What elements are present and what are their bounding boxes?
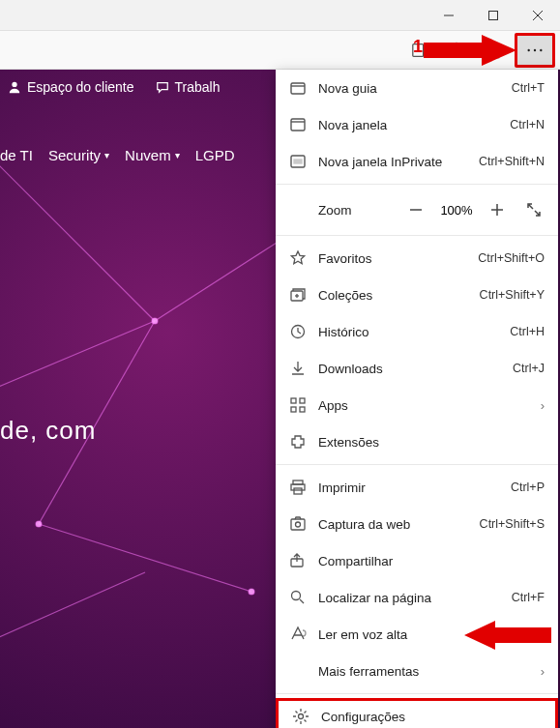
nav-it[interactable]: de TI	[0, 147, 33, 163]
menu-label: Nova janela	[318, 118, 498, 132]
add-favorite-icon[interactable]	[441, 35, 472, 66]
work-label: Trabalh	[175, 79, 221, 95]
menu-shortcut: Ctrl+Shift+O	[478, 251, 545, 265]
star-icon	[289, 249, 307, 267]
menu-shortcut: Ctrl+Shift+Y	[480, 288, 545, 302]
svg-line-14	[155, 234, 290, 321]
menu-label: Mais ferramentas	[318, 664, 529, 679]
svg-point-47	[299, 714, 304, 719]
svg-rect-40	[291, 484, 305, 490]
menu-print[interactable]: Imprimir Ctrl+P	[276, 469, 558, 506]
menu-shortcut: Ctrl+N	[510, 118, 545, 131]
menu-find[interactable]: Localizar na página Ctrl+F	[276, 579, 558, 616]
menu-label: Nova janela InPrivate	[318, 155, 467, 169]
menu-label: Captura da web	[318, 517, 468, 532]
svg-line-17	[0, 572, 145, 650]
menu-extensions[interactable]: Extensões	[276, 423, 558, 460]
menu-label: Configurações	[321, 710, 542, 724]
nav-security-label: Security	[48, 147, 101, 163]
share-icon	[289, 552, 307, 569]
svg-rect-37	[291, 407, 296, 412]
nav-lgpd[interactable]: LGPD	[195, 147, 235, 163]
menu-share[interactable]: Compartilhar	[276, 542, 558, 579]
menu-label: Downloads	[318, 362, 501, 376]
fullscreen-button[interactable]	[516, 192, 552, 227]
read-aloud-icon	[289, 626, 307, 643]
svg-rect-38	[300, 407, 305, 412]
menu-history[interactable]: Histórico Ctrl+H	[276, 313, 558, 350]
download-icon	[289, 360, 307, 377]
apps-icon	[289, 396, 307, 414]
nav-it-label: de TI	[0, 147, 33, 163]
menu-settings[interactable]: Configurações	[276, 698, 558, 728]
nav-cloud-label: Nuvem	[125, 147, 171, 163]
svg-line-12	[0, 147, 155, 321]
more-button-highlight	[515, 33, 555, 68]
menu-downloads[interactable]: Downloads Ctrl+J	[276, 350, 558, 387]
menu-separator	[276, 464, 558, 465]
window-titlebar	[0, 0, 560, 31]
menu-label: Apps	[318, 398, 529, 413]
menu-zoom: Zoom 100%	[276, 189, 558, 231]
svg-rect-24	[291, 119, 305, 131]
svg-point-9	[528, 48, 530, 50]
nav-security[interactable]: Security▾	[48, 147, 109, 163]
maximize-button[interactable]	[471, 0, 516, 31]
gear-icon	[292, 708, 309, 725]
hero-text-fragment: de, com	[0, 416, 97, 446]
menu-new-window[interactable]: Nova janela Ctrl+N	[276, 106, 558, 143]
menu-collections[interactable]: Coleções Ctrl+Shift+Y	[276, 277, 558, 313]
work-link[interactable]: Trabalh	[156, 79, 221, 95]
svg-point-18	[152, 318, 158, 324]
find-icon	[289, 589, 307, 606]
chevron-down-icon: ▾	[175, 150, 180, 160]
inprivate-icon	[289, 153, 307, 170]
svg-point-10	[534, 48, 536, 50]
new-tab-icon	[289, 79, 307, 97]
client-area-link[interactable]: Espaço do cliente	[8, 79, 134, 95]
svg-point-11	[540, 48, 542, 50]
menu-read-aloud[interactable]: Ler em voz alta Ctrl+Shift+U	[276, 616, 558, 653]
client-area-label: Espaço do cliente	[27, 79, 134, 95]
favorites-icon[interactable]	[478, 35, 509, 66]
web-capture-icon	[289, 515, 307, 533]
settings-menu: Nova guia Ctrl+T Nova janela Ctrl+N Nova…	[276, 70, 558, 728]
zoom-in-button[interactable]	[479, 192, 516, 227]
chevron-down-icon: ▾	[104, 150, 109, 160]
minimize-button[interactable]	[427, 0, 471, 31]
nav-lgpd-label: LGPD	[195, 147, 235, 163]
menu-separator	[276, 235, 558, 236]
browser-toolbar: 1	[0, 31, 560, 70]
menu-more-tools[interactable]: Mais ferramentas ›	[276, 653, 558, 689]
close-window-button[interactable]	[516, 0, 560, 31]
menu-separator	[276, 693, 558, 694]
nav-cloud[interactable]: Nuvem▾	[125, 147, 180, 163]
svg-rect-1	[489, 12, 498, 20]
zoom-value: 100%	[434, 203, 479, 218]
zoom-out-button[interactable]	[398, 192, 434, 227]
menu-new-inprivate[interactable]: Nova janela InPrivate Ctrl+Shift+N	[276, 143, 558, 180]
menu-label: Localizar na página	[318, 591, 500, 605]
annotation-number-2: 2	[538, 626, 547, 646]
extensions-icon	[289, 433, 307, 451]
menu-apps[interactable]: Apps ›	[276, 387, 558, 423]
menu-label: Imprimir	[318, 480, 499, 495]
menu-favorites[interactable]: Favoritos Ctrl+Shift+O	[276, 240, 558, 277]
chevron-right-icon: ›	[541, 664, 545, 679]
collections-icon	[289, 286, 307, 304]
menu-separator	[276, 184, 558, 185]
svg-line-46	[300, 599, 304, 603]
menu-web-capture[interactable]: Captura da web Ctrl+Shift+S	[276, 506, 558, 542]
menu-label: Compartilhar	[318, 554, 545, 568]
site-top-nav: Espaço do cliente Trabalh	[0, 79, 220, 95]
menu-new-tab[interactable]: Nova guia Ctrl+T	[276, 70, 558, 106]
more-button[interactable]	[517, 36, 552, 65]
menu-shortcut: Ctrl+Shift+U	[479, 627, 545, 641]
history-icon	[289, 323, 307, 340]
menu-shortcut: Ctrl+P	[511, 480, 545, 494]
svg-point-20	[249, 589, 254, 595]
blank-icon	[289, 662, 307, 680]
svg-line-16	[0, 321, 155, 398]
svg-rect-42	[291, 519, 305, 530]
person-icon	[8, 80, 21, 94]
